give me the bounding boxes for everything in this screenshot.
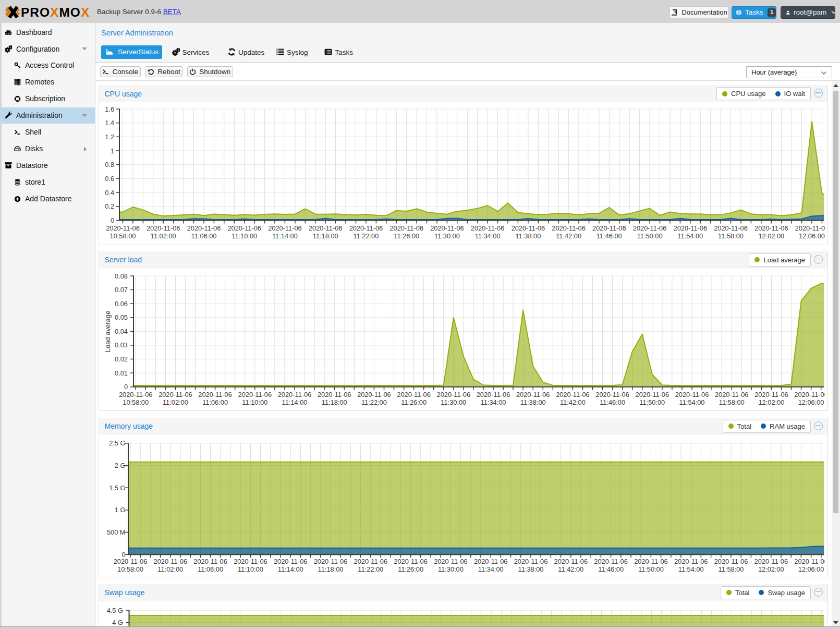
svg-text:2020-11-06: 2020-11-06 xyxy=(430,224,464,232)
svg-text:11:42:00: 11:42:00 xyxy=(558,565,583,573)
svg-text:2020-11-06: 2020-11-06 xyxy=(317,390,351,398)
svg-text:2020-11-06: 2020-11-06 xyxy=(592,224,626,232)
svg-text:2020-11-06: 2020-11-06 xyxy=(238,390,272,398)
svg-text:1.5 G: 1.5 G xyxy=(109,483,125,491)
svg-text:0.03: 0.03 xyxy=(115,341,128,349)
svg-text:1.6: 1.6 xyxy=(105,105,114,113)
svg-text:0.07: 0.07 xyxy=(115,286,128,294)
svg-text:12:06:00: 12:06:00 xyxy=(798,398,824,406)
svg-text:11:46:00: 11:46:00 xyxy=(598,565,624,573)
svg-text:Load average: Load average xyxy=(103,310,111,352)
svg-text:2020-11-06: 2020-11-06 xyxy=(436,390,470,398)
svg-text:2020-11-06: 2020-11-06 xyxy=(277,390,311,398)
svg-text:2020-11-06: 2020-11-06 xyxy=(795,224,827,232)
svg-text:10:58:00: 10:58:00 xyxy=(123,398,149,406)
svg-text:11:54:00: 11:54:00 xyxy=(678,565,703,573)
svg-text:2020-11-06: 2020-11-06 xyxy=(470,224,504,232)
svg-text:1.2: 1.2 xyxy=(105,133,114,141)
svg-text:2020-11-06: 2020-11-06 xyxy=(187,224,221,232)
svg-text:11:18:00: 11:18:00 xyxy=(321,398,347,406)
svg-text:2020-11-06: 2020-11-06 xyxy=(674,557,708,565)
svg-text:2020-11-06: 2020-11-06 xyxy=(794,557,827,565)
svg-text:2020-11-06: 2020-11-06 xyxy=(714,557,748,565)
svg-text:0: 0 xyxy=(124,383,127,391)
svg-text:2020-11-06: 2020-11-06 xyxy=(113,557,147,565)
svg-text:2020-11-06: 2020-11-06 xyxy=(397,390,431,398)
svg-text:11:58:00: 11:58:00 xyxy=(719,398,744,406)
svg-text:12:02:00: 12:02:00 xyxy=(758,232,784,240)
svg-text:2020-11-06: 2020-11-06 xyxy=(594,557,628,565)
svg-text:11:30:00: 11:30:00 xyxy=(434,232,459,240)
svg-text:11:38:00: 11:38:00 xyxy=(520,398,545,406)
svg-text:2020-11-06: 2020-11-06 xyxy=(227,224,261,232)
svg-text:1 G: 1 G xyxy=(114,506,125,514)
svg-text:0: 0 xyxy=(110,216,114,224)
svg-text:2020-11-06: 2020-11-06 xyxy=(754,390,788,398)
svg-text:11:58:00: 11:58:00 xyxy=(718,565,744,573)
svg-text:11:42:00: 11:42:00 xyxy=(556,232,581,240)
svg-text:11:22:00: 11:22:00 xyxy=(361,398,386,406)
svg-text:10:58:00: 10:58:00 xyxy=(109,232,136,240)
svg-text:2020-11-06: 2020-11-06 xyxy=(714,390,748,398)
svg-text:11:26:00: 11:26:00 xyxy=(401,398,427,406)
svg-text:11:14:00: 11:14:00 xyxy=(282,398,307,406)
svg-text:11:02:00: 11:02:00 xyxy=(157,565,183,573)
svg-text:11:06:00: 11:06:00 xyxy=(198,565,223,573)
svg-text:11:18:00: 11:18:00 xyxy=(312,232,338,240)
svg-text:0.01: 0.01 xyxy=(115,369,128,377)
svg-text:2020-11-06: 2020-11-06 xyxy=(634,557,668,565)
svg-text:1: 1 xyxy=(110,147,114,155)
svg-text:11:34:00: 11:34:00 xyxy=(474,232,500,240)
svg-text:11:10:00: 11:10:00 xyxy=(242,398,267,406)
svg-text:11:38:00: 11:38:00 xyxy=(515,232,541,240)
svg-text:2020-11-06: 2020-11-06 xyxy=(389,224,423,232)
svg-text:11:38:00: 11:38:00 xyxy=(518,565,543,573)
svg-text:0.05: 0.05 xyxy=(115,313,128,321)
svg-text:11:54:00: 11:54:00 xyxy=(677,232,703,240)
svg-text:11:26:00: 11:26:00 xyxy=(394,232,419,240)
svg-text:2.5 G: 2.5 G xyxy=(109,439,125,447)
svg-text:2020-11-06: 2020-11-06 xyxy=(556,390,590,398)
svg-text:12:06:00: 12:06:00 xyxy=(798,565,824,573)
svg-text:12:02:00: 12:02:00 xyxy=(758,398,784,406)
svg-text:11:02:00: 11:02:00 xyxy=(162,398,188,406)
svg-text:11:50:00: 11:50:00 xyxy=(638,565,663,573)
svg-text:12:02:00: 12:02:00 xyxy=(758,565,784,573)
svg-text:2020-11-06: 2020-11-06 xyxy=(234,557,267,565)
svg-text:2020-11-06: 2020-11-06 xyxy=(118,390,152,398)
svg-text:2020-11-06: 2020-11-06 xyxy=(349,224,383,232)
svg-text:11:54:00: 11:54:00 xyxy=(679,398,704,406)
svg-text:4.5 G: 4.5 G xyxy=(106,606,123,614)
svg-text:2020-11-06: 2020-11-06 xyxy=(675,390,709,398)
svg-text:500 M: 500 M xyxy=(106,528,125,536)
svg-text:2020-11-06: 2020-11-06 xyxy=(193,557,227,565)
svg-text:11:34:00: 11:34:00 xyxy=(478,565,503,573)
svg-text:11:14:00: 11:14:00 xyxy=(277,565,303,573)
svg-text:2020-11-06: 2020-11-06 xyxy=(146,224,180,232)
svg-text:11:50:00: 11:50:00 xyxy=(637,232,662,240)
svg-text:11:14:00: 11:14:00 xyxy=(272,232,297,240)
svg-text:11:06:00: 11:06:00 xyxy=(202,398,228,406)
svg-text:11:30:00: 11:30:00 xyxy=(441,398,466,406)
svg-text:2020-11-06: 2020-11-06 xyxy=(511,224,545,232)
svg-text:11:58:00: 11:58:00 xyxy=(718,232,744,240)
svg-text:0.06: 0.06 xyxy=(115,299,128,307)
svg-text:2020-11-06: 2020-11-06 xyxy=(554,557,588,565)
svg-text:1.4: 1.4 xyxy=(105,119,114,127)
svg-text:11:46:00: 11:46:00 xyxy=(596,232,622,240)
svg-text:2020-11-06: 2020-11-06 xyxy=(476,390,510,398)
svg-text:11:10:00: 11:10:00 xyxy=(232,232,257,240)
svg-text:11:06:00: 11:06:00 xyxy=(191,232,216,240)
svg-text:2020-11-06: 2020-11-06 xyxy=(153,557,187,565)
svg-text:PROXMOX: PROXMOX xyxy=(21,5,90,19)
svg-text:2020-11-06: 2020-11-06 xyxy=(632,224,666,232)
svg-text:2020-11-06: 2020-11-06 xyxy=(673,224,707,232)
svg-text:2020-11-06: 2020-11-06 xyxy=(394,557,428,565)
svg-text:2020-11-06: 2020-11-06 xyxy=(354,557,387,565)
svg-text:2020-11-06: 2020-11-06 xyxy=(159,390,192,398)
svg-text:2020-11-06: 2020-11-06 xyxy=(754,224,788,232)
svg-text:2020-11-06: 2020-11-06 xyxy=(754,557,788,565)
svg-text:2020-11-06: 2020-11-06 xyxy=(357,390,391,398)
svg-text:0.02: 0.02 xyxy=(115,355,128,363)
svg-text:2020-11-06: 2020-11-06 xyxy=(514,557,547,565)
